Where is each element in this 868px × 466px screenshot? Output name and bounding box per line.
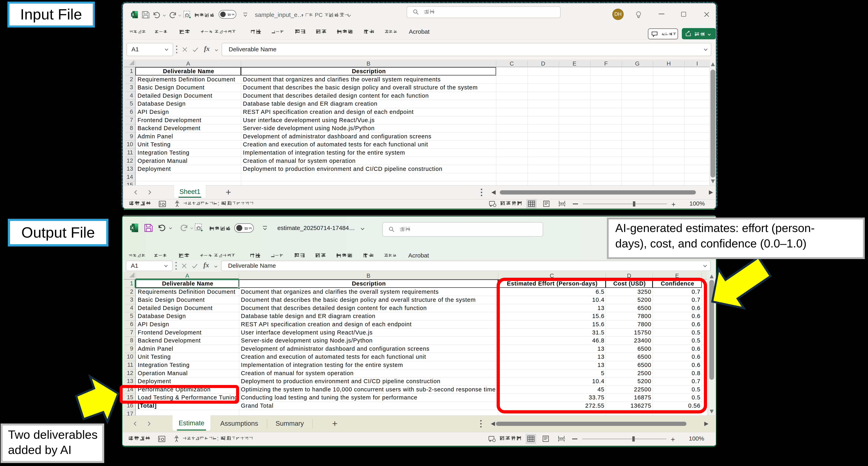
svg-text:X: X bbox=[131, 226, 134, 230]
svg-text:X: X bbox=[132, 13, 134, 17]
